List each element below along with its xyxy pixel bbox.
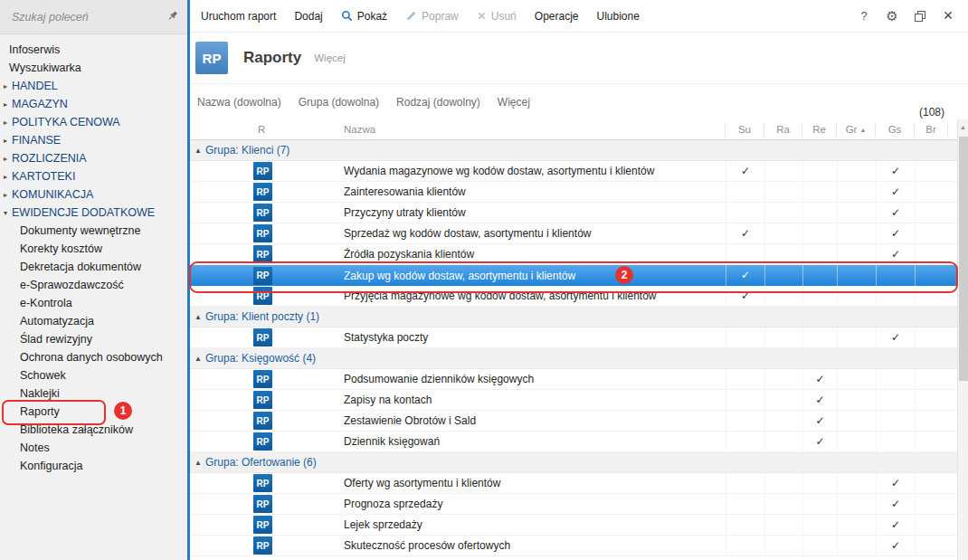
flag-gs: ✓ <box>876 473 915 494</box>
report-row-dziennik-ksiegowan[interactable]: RPDziennik księgowań✓ <box>190 432 968 452</box>
sidebar-item-ochrona-danych-osobowych[interactable]: Ochrona danych osobowych <box>0 348 187 366</box>
group-header-grupa-ksiegowosc-4[interactable]: ▲Grupa: Księgowość (4) <box>190 348 968 369</box>
report-type-icon: RP <box>253 245 272 263</box>
report-row-przyjecia-magazynowe-wg-kodow-dostaw-asort[interactable]: RPPrzyjęcia magazynowe wg kodów dostaw, … <box>190 286 968 307</box>
help-icon[interactable]: ? <box>858 9 870 23</box>
sidebar-item-kartoteki[interactable]: ▸KARTOTEKI <box>0 167 187 185</box>
filter-rodzaj[interactable]: Rodzaj (dowolny) <box>396 96 480 109</box>
sidebar-item-korekty-kosztow[interactable]: Korekty kosztów <box>0 240 187 258</box>
report-row-lejek-sprzedazy[interactable]: RPLejek sprzedaży✓ <box>190 515 968 536</box>
sidebar-item-biblioteka-zalacznikow[interactable]: Biblioteka załączników <box>0 421 187 439</box>
sidebar-item-label: Automatyzacja <box>20 315 94 327</box>
column-header-ra[interactable]: Ra <box>764 123 802 137</box>
flag-ra <box>764 369 802 390</box>
group-expand-icon[interactable]: ▲ <box>195 147 205 155</box>
scroll-up-icon[interactable]: ▲ <box>958 119 968 135</box>
toolbar-uruchom-raport[interactable]: Uruchom raport <box>192 0 285 32</box>
report-row-zakup-wg-kodow-dostaw-asortymentu-i-klient[interactable]: RPZakup wg kodów dostaw, asortymentu i k… <box>190 265 968 286</box>
report-type-icon: RP <box>253 432 272 451</box>
pushpin-icon[interactable] <box>166 10 180 24</box>
toolbar-ulubione[interactable]: Ulubione <box>588 0 649 32</box>
chevron-right-icon: ▸ <box>4 191 12 199</box>
group-header-grupa-klienci-7[interactable]: ▲Grupa: Klienci (7) <box>190 140 968 161</box>
sidebar-item-dokumenty-wewnetrzne[interactable]: Dokumenty wewnętrzne <box>0 222 187 240</box>
report-row-skutecznosc-procesow-ofertowych[interactable]: RPSkuteczność procesów ofertowych✓ <box>190 536 968 556</box>
toolbar-usun[interactable]: Usuń <box>468 0 526 32</box>
scrollbar-thumb[interactable] <box>959 137 968 381</box>
column-header-br[interactable]: Br <box>914 123 947 137</box>
report-row-zrodla-pozyskania-klientow[interactable]: RPŹródła pozyskania klientów✓ <box>190 244 968 265</box>
report-row-wydania-magazynowe-wg-kodow-dostaw-asortym[interactable]: RPWydania magazynowe wg kodów dostaw, as… <box>190 161 968 182</box>
report-row-podsumowanie-dziennikow-ksiegowych[interactable]: RPPodsumowanie dzienników księgowych✓ <box>190 369 968 390</box>
sidebar-item-automatyzacja[interactable]: Automatyzacja <box>0 312 187 330</box>
module-header: RP Raporty Więcej <box>190 33 968 83</box>
sidebar-item-e-sprawozdawczosc[interactable]: e-Sprawozdawczość <box>0 276 187 294</box>
sidebar-item-konfiguracja[interactable]: Konfiguracja <box>0 457 187 475</box>
sidebar-item-polityka-cenowa[interactable]: ▸POLITYKA CENOWA <box>0 113 187 131</box>
report-row-zestawienie-obrotow-i-sald[interactable]: RPZestawienie Obrotów i Sald✓ <box>190 411 968 432</box>
flag-su: ✓ <box>726 223 764 244</box>
group-expand-icon[interactable]: ▲ <box>195 459 205 467</box>
report-row-sprzedaz-wg-kodow-dostaw-asortymentu-i-kli[interactable]: RPSprzedaż wg kodów dostaw, asortymentu … <box>190 223 968 244</box>
flag-gs: ✓ <box>876 203 915 223</box>
sidebar-item-raporty[interactable]: Raporty <box>0 403 187 421</box>
flag-gs: ✓ <box>876 327 915 348</box>
report-name: Lejek sprzedaży <box>272 518 726 531</box>
flag-ra <box>764 390 802 411</box>
flag-gr <box>837 244 876 265</box>
sidebar-item-magazyn[interactable]: ▸MAGAZYN <box>0 95 187 113</box>
toolbar-item-label: Popraw <box>422 10 459 23</box>
column-header-gs[interactable]: Gs <box>875 123 914 137</box>
filter-more-link[interactable]: Więcej <box>498 96 530 109</box>
filter-nazwa[interactable]: Nazwa (dowolna) <box>197 96 281 109</box>
toolbar-operacje[interactable]: Operacje <box>526 0 588 32</box>
sidebar-item-naklejki[interactable]: Naklejki <box>0 384 187 403</box>
group-header-grupa-ofertowanie-6[interactable]: ▲Grupa: Ofertowanie (6) <box>190 452 968 473</box>
column-header-gr[interactable]: Gr▲ <box>836 123 875 137</box>
command-search-box <box>0 0 187 34</box>
sidebar-item-ewidencje-dodatkowe[interactable]: ▾EWIDENCJE DODATKOWE <box>0 204 187 222</box>
sidebar-item-rozliczenia[interactable]: ▸ROZLICZENIA <box>0 149 187 167</box>
group-expand-icon[interactable]: ▲ <box>195 355 205 363</box>
toolbar-popraw[interactable]: Popraw <box>396 0 468 32</box>
vertical-scrollbar[interactable]: ▲ <box>957 119 968 560</box>
toolbar-pokaz[interactable]: Pokaż <box>332 0 396 32</box>
sidebar-item-label: Dekretacja dokumentów <box>20 261 141 273</box>
sidebar-item-finanse[interactable]: ▸FINANSE <box>0 131 187 149</box>
search-input[interactable] <box>10 10 166 24</box>
sidebar-item-handel[interactable]: ▸HANDEL <box>0 77 187 95</box>
close-icon[interactable]: × <box>942 6 954 25</box>
sidebar-item-wyszukiwarka[interactable]: Wyszukiwarka <box>0 59 187 77</box>
flag-gr <box>837 432 876 452</box>
column-header-su[interactable]: Su <box>725 123 764 137</box>
sidebar-item-schowek[interactable]: Schowek <box>0 366 187 384</box>
sidebar-item-dekretacja-dokumentow[interactable]: Dekretacja dokumentów <box>0 258 187 276</box>
report-row-oferty-wg-asortymentu-i-klientow[interactable]: RPOferty wg asortymentu i klientów✓ <box>190 473 968 494</box>
report-row-statystyka-poczty[interactable]: RPStatystyka poczty✓ <box>190 327 968 348</box>
report-row-zapisy-na-kontach[interactable]: RPZapisy na kontach✓ <box>190 390 968 411</box>
flag-ra <box>764 265 802 286</box>
header-more-link[interactable]: Więcej <box>314 52 346 63</box>
sidebar: InfoserwisWyszukiwarka▸HANDEL▸MAGAZYN▸PO… <box>0 0 187 560</box>
flag-gs: ✓ <box>876 223 915 244</box>
column-header-re[interactable]: Re <box>802 123 836 137</box>
gear-icon[interactable]: ⚙ <box>886 8 898 24</box>
filter-grupa[interactable]: Grupa (dowolna) <box>299 96 379 109</box>
grid-header: R Nazwa SuRaReGr▲GsBr <box>190 119 968 140</box>
sidebar-item-slad-rewizyjny[interactable]: Ślad rewizyjny <box>0 330 187 348</box>
sidebar-item-komunikacja[interactable]: ▸KOMUNIKACJA <box>0 185 187 204</box>
report-type-icon: RP <box>253 162 272 180</box>
group-expand-icon[interactable]: ▲ <box>195 313 205 321</box>
report-row-prognoza-sprzedazy[interactable]: RPPrognoza sprzedaży✓ <box>190 494 968 515</box>
column-header-nazwa[interactable]: Nazwa <box>272 124 725 135</box>
toolbar-item-label: Ulubione <box>597 10 640 23</box>
restore-window-icon[interactable] <box>914 11 926 22</box>
sidebar-item-e-kontrola[interactable]: e-Kontrola <box>0 294 187 312</box>
report-row-przyczyny-utraty-klientow[interactable]: RPPrzyczyny utraty klientów✓ <box>190 203 968 223</box>
sidebar-item-notes[interactable]: Notes <box>0 439 187 457</box>
sidebar-item-infoserwis[interactable]: Infoserwis <box>0 41 187 59</box>
toolbar-dodaj[interactable]: Dodaj <box>285 0 331 32</box>
report-row-zainteresowania-klientow[interactable]: RPZainteresowania klientów✓ <box>190 182 968 203</box>
column-header-r[interactable]: R <box>190 124 272 135</box>
group-header-grupa-klient-poczty-1[interactable]: ▲Grupa: Klient poczty (1) <box>190 307 968 327</box>
